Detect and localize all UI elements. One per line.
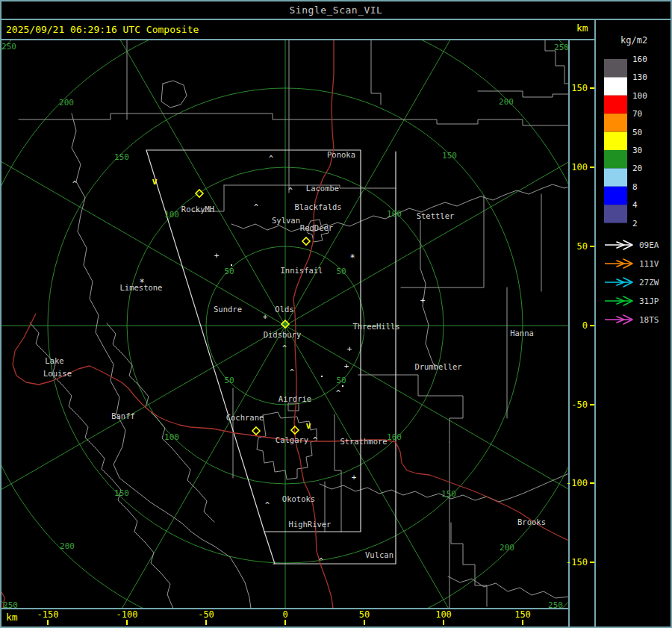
info-bar: 2025/09/21 06:29:16 UTC Composite <box>0 20 672 39</box>
ring-distance-label: 150 <box>114 488 129 498</box>
ring-distance-label: 200 <box>499 97 514 107</box>
city-label: Sylvan <box>272 216 300 225</box>
dot-marker-icon <box>231 264 232 266</box>
city-label: Drumheller <box>414 362 461 371</box>
city-label: Lacombe <box>306 184 339 193</box>
ring-distance-label: 200 <box>500 543 514 553</box>
title-bar: Single_Scan_VIL <box>0 0 672 19</box>
color-scale-value: 8 <box>632 182 638 192</box>
color-scale-value: 130 <box>632 72 647 82</box>
city-label: Lake <box>45 356 63 365</box>
caret-marker-icon: ^ <box>313 436 317 444</box>
city-label: Vulcan <box>365 550 393 559</box>
bottom-axis-tick-label: -50 <box>198 609 214 620</box>
caret-marker-icon: ^ <box>288 187 293 195</box>
caret-marker-icon: ^ <box>72 180 77 188</box>
ring-distance-label: 200 <box>59 98 74 108</box>
bottom-axis-tick-label: 0 <box>282 609 287 620</box>
bottom-axis-unit-label: km <box>6 612 18 623</box>
color-scale-bin <box>604 168 627 186</box>
color-scale-bin <box>604 132 627 150</box>
ring-distance-label: 250 <box>554 43 569 52</box>
ring-distance-label: 250 <box>1 42 16 52</box>
ring-distance-label: 50 <box>224 376 234 385</box>
color-scale-value: 2 <box>632 219 638 228</box>
city-label: Okotoks <box>282 494 315 503</box>
bottom-axis-tick-label: -150 <box>37 609 59 620</box>
asterisk-marker-icon: * <box>139 277 144 287</box>
ring-distance-label: 150 <box>442 151 457 161</box>
right-axis-tick-label: -100 <box>566 478 588 488</box>
check-marker-icon: v <box>152 176 157 187</box>
city-label: Banff <box>111 411 135 420</box>
check-marker-icon: v <box>305 420 311 431</box>
city-label: Airdrie <box>279 394 311 403</box>
timestamp: 2025/09/21 06:29:16 UTC Composite <box>6 20 199 39</box>
ring-distance-label: 100 <box>387 432 402 442</box>
plus-marker-icon: + <box>347 344 352 354</box>
plus-marker-icon: + <box>420 296 426 305</box>
color-scale-value: 4 <box>632 200 638 210</box>
city-label: Hanna <box>510 329 534 338</box>
city-label: Cochrane <box>226 413 264 422</box>
bottom-axis-tick-label: 150 <box>514 609 531 620</box>
caret-marker-icon: ^ <box>319 557 323 565</box>
dot-marker-icon <box>342 385 343 387</box>
right-axis-tick-label: -150 <box>566 557 588 568</box>
color-scale-value: 70 <box>632 109 642 119</box>
color-scale-bin <box>604 59 627 77</box>
right-axis-unit-label: km <box>576 22 588 34</box>
city-label: RockyMH <box>181 205 214 214</box>
dot-marker-icon <box>321 376 323 377</box>
site-id-label: 111V <box>639 259 659 269</box>
city-label: ThreeHills <box>352 322 399 331</box>
city-label: Olds <box>275 305 293 314</box>
color-scale-value: 100 <box>632 91 647 101</box>
color-scale-value: 30 <box>632 146 642 155</box>
color-scale-value: 20 <box>632 164 642 173</box>
color-scale-value: 160 <box>632 55 647 64</box>
color-scale-bin <box>604 205 627 223</box>
ring-distance-label: 150 <box>114 152 129 162</box>
plus-marker-icon: + <box>352 473 357 482</box>
city-label: Strathmore <box>340 437 387 446</box>
radar-display: 5050505010010010010015015015015020020020… <box>0 0 672 628</box>
ring-distance-label: 200 <box>60 541 75 551</box>
page-title: Single_Scan_VIL <box>290 4 383 16</box>
city-label: Stettler <box>417 211 455 220</box>
caret-marker-icon: ^ <box>290 368 294 376</box>
bottom-axis-tick-label: -100 <box>116 609 138 620</box>
background <box>0 0 672 628</box>
ring-distance-label: 50 <box>336 267 346 276</box>
right-axis-tick-label: -50 <box>571 400 588 410</box>
bottom-axis-tick-label: 50 <box>359 609 370 620</box>
legend-unit-label: kg/m2 <box>620 35 647 46</box>
color-scale-bin <box>604 96 627 114</box>
site-id-label: 18TS <box>639 315 659 325</box>
city-label: Calgary <box>276 435 308 444</box>
color-scale-bin <box>604 114 627 131</box>
city-label: Blackfalds <box>294 202 341 211</box>
caret-marker-icon: ^ <box>336 389 340 397</box>
ring-distance-label: 100 <box>387 209 402 219</box>
plus-marker-icon: + <box>344 361 349 371</box>
caret-marker-icon: ^ <box>265 501 270 509</box>
right-axis-tick-label: 150 <box>571 83 588 93</box>
ring-distance-label: 100 <box>164 432 179 442</box>
plus-marker-icon: + <box>263 312 268 322</box>
color-scale-bin <box>604 77 627 95</box>
right-axis-tick-label: 50 <box>577 241 588 252</box>
ring-distance-label: 150 <box>441 489 456 499</box>
city-label: Didsbury <box>264 330 302 339</box>
site-id-label: 09EA <box>639 240 659 250</box>
ring-distance-label: 100 <box>164 210 179 220</box>
caret-marker-icon: ^ <box>282 344 287 352</box>
asterisk-marker-icon: * <box>349 252 355 263</box>
city-label: HighRiver <box>289 520 332 529</box>
city-label: Sundre <box>214 305 242 314</box>
color-scale-bin <box>604 187 627 205</box>
plus-marker-icon: + <box>214 251 220 261</box>
caret-marker-icon: ^ <box>269 155 273 163</box>
site-id-label: 31JP <box>639 296 659 306</box>
bottom-axis-tick-label: 100 <box>435 609 452 620</box>
